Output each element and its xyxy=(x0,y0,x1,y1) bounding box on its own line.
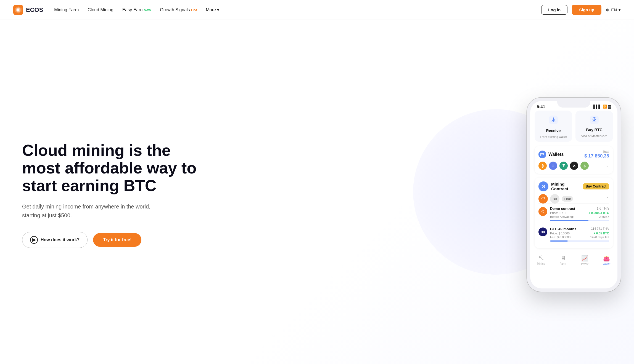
buy-btc-subtitle: Visa or MasterCard xyxy=(581,134,607,138)
bottom-nav-mining[interactable]: ⛏ Mining xyxy=(530,255,552,266)
demo-contract-progress xyxy=(550,220,609,221)
nav-mining-farm[interactable]: Mining Farm xyxy=(54,7,79,12)
btc-contract-detail2: Fee: $ 0.00000 1420 days left xyxy=(550,235,609,239)
coin-usdt: ₮ xyxy=(559,162,568,170)
contracts-icons: ⏱ 30 +100 ⌃ xyxy=(538,194,609,204)
svg-rect-7 xyxy=(592,122,596,122)
demo-contract-time: Before Activating: 2:45:57 xyxy=(550,215,609,218)
svg-point-8 xyxy=(538,151,546,158)
wallet-coins: ₿ Ξ ₮ ✕ $ ⌄ xyxy=(538,162,609,170)
coin-btc: ₿ xyxy=(538,162,547,170)
demo-contract-item: ⏱ Demo contract 1,6 TH/s Price: FREE + 0… xyxy=(538,204,609,224)
phone-notch xyxy=(557,101,590,108)
btc-contract-days-badge: 30 xyxy=(538,228,547,236)
wallet-nav-icon: 👛 xyxy=(603,255,610,262)
logo-icon xyxy=(13,5,23,15)
status-icons: ▌▌▌ 🛜 ▓ xyxy=(593,105,611,109)
demo-contract-detail: Price: FREE + 0.00003 BTC xyxy=(550,211,609,215)
chevron-down-icon: ▾ xyxy=(619,7,621,12)
btc-contract-title: BTC 49 months 114 771 TH/s xyxy=(550,227,609,231)
bottom-nav-farm[interactable]: 🖥 Farm xyxy=(552,255,574,266)
try-free-button[interactable]: Try it for free! xyxy=(93,233,141,247)
nav-links: Mining Farm Cloud Mining Easy EarnNew Gr… xyxy=(54,7,219,12)
mining-title: Mining Contract xyxy=(551,182,580,191)
demo-contract-icon: ⏱ xyxy=(538,207,547,216)
coin-usd: $ xyxy=(580,162,589,170)
svg-rect-5 xyxy=(551,122,556,122)
navbar-left: ECOS Mining Farm Cloud Mining Easy EarnN… xyxy=(13,5,219,15)
wallet-total: Total $ 17 850,35 xyxy=(584,150,609,159)
buy-btc-title: Buy BTC xyxy=(586,128,602,132)
nav-easy-earn[interactable]: Easy EarnNew xyxy=(122,7,151,12)
signup-button[interactable]: Sign up xyxy=(572,5,601,15)
hero-section: Cloud mining is the most affordable way … xyxy=(0,20,634,364)
chevron-down-icon[interactable]: ⌄ xyxy=(606,164,609,168)
language-selector[interactable]: ⊕ EN ▾ xyxy=(606,7,621,12)
btc-contract-item: 30 BTC 49 months 114 771 TH/s Price: $ 1… xyxy=(538,224,609,244)
play-icon: ▶ xyxy=(30,236,38,244)
btc-contract-progress-fill xyxy=(550,240,568,242)
how-it-works-button[interactable]: ▶ How does it work? xyxy=(22,232,88,248)
contract-days-badge: 30 xyxy=(550,194,559,204)
wallet-total-value: $ 17 850,35 xyxy=(584,153,609,159)
btc-contract-progress xyxy=(550,240,609,242)
phone-mockup: 9:41 ▌▌▌ 🛜 ▓ xyxy=(527,98,621,292)
nav-cloud-mining[interactable]: Cloud Mining xyxy=(88,7,113,12)
hero-content: Cloud mining is the most affordable way … xyxy=(22,141,199,248)
receive-icon xyxy=(549,116,558,126)
mining-header: Mining Contract Buy Contract xyxy=(538,181,609,191)
wallet-title: Wallets xyxy=(538,151,564,158)
btc-contract-detail1: Price: $ 10000 + 0.05 BTC xyxy=(550,232,609,235)
farm-nav-icon: 🖥 xyxy=(560,255,566,261)
login-button[interactable]: Log in xyxy=(541,5,567,15)
wallet-total-label: Total xyxy=(584,150,609,153)
btc-contract-body: BTC 49 months 114 771 TH/s Price: $ 1000… xyxy=(550,227,609,242)
signal-icon: ▌▌▌ xyxy=(593,105,601,109)
action-row: Receive From existing wallet xyxy=(535,111,613,142)
chevron-down-icon: ▾ xyxy=(217,7,219,12)
download-icon: ⊕ xyxy=(606,7,609,12)
buy-btc-card: Buy BTC Visa or MasterCard xyxy=(575,111,613,142)
buy-contract-button[interactable]: Buy Contract xyxy=(583,183,609,189)
demo-contract-body: Demo contract 1,6 TH/s Price: FREE + 0.0… xyxy=(550,207,609,221)
mining-nav-icon: ⛏ xyxy=(538,255,544,261)
mining-icon xyxy=(538,181,548,191)
status-time: 9:41 xyxy=(537,104,545,109)
phone-content: Receive From existing wallet xyxy=(530,111,617,272)
demo-contract-title: Demo contract 1,6 TH/s xyxy=(550,207,609,211)
buy-btc-icon xyxy=(590,116,599,125)
logo[interactable]: ECOS xyxy=(13,5,43,15)
phone-outer: 9:41 ▌▌▌ 🛜 ▓ xyxy=(527,98,621,292)
invest-nav-icon: 📈 xyxy=(581,255,588,262)
bottom-nav-invest[interactable]: 📈 Invest xyxy=(574,255,596,266)
hero-subtitle: Get daily mining income from anywhere in… xyxy=(22,202,166,220)
chevron-up-icon[interactable]: ⌃ xyxy=(606,197,609,201)
wallet-header: Wallets Total $ 17 850,35 xyxy=(538,150,609,159)
hero-buttons: ▶ How does it work? Try it for free! xyxy=(22,232,199,248)
svg-point-9 xyxy=(543,154,544,155)
bottom-nav: ⛏ Mining 🖥 Farm 📈 Invest 👛 xyxy=(530,252,617,268)
battery-icon: ▓ xyxy=(608,105,611,109)
mining-contract-section: Mining Contract Buy Contract ⏱ 30 +100 ⌃… xyxy=(535,178,613,248)
coin-xrp: ✕ xyxy=(570,162,578,170)
contract-more-badge: +100 xyxy=(562,196,573,202)
svg-rect-3 xyxy=(17,9,19,11)
wallet-section: Wallets Total $ 17 850,35 ₿ Ξ ₮ ✕ xyxy=(535,146,613,174)
brand-name: ECOS xyxy=(26,6,43,14)
badge-hot: Hot xyxy=(191,8,197,12)
navbar-right: Log in Sign up ⊕ EN ▾ xyxy=(541,5,621,15)
coin-eth: Ξ xyxy=(549,162,557,170)
wifi-icon: 🛜 xyxy=(603,105,607,109)
navbar: ECOS Mining Farm Cloud Mining Easy EarnN… xyxy=(0,0,634,20)
contract-timer-icon: ⏱ xyxy=(538,194,548,204)
nav-more[interactable]: More ▾ xyxy=(206,7,219,12)
badge-new: New xyxy=(144,8,151,12)
receive-subtitle: From existing wallet xyxy=(540,135,567,138)
receive-title: Receive xyxy=(546,129,561,133)
nav-growth-signals[interactable]: Growth SignalsHot xyxy=(160,7,197,12)
phone-inner: 9:41 ▌▌▌ 🛜 ▓ xyxy=(530,101,617,288)
receive-card: Receive From existing wallet xyxy=(535,111,572,142)
bottom-nav-wallet[interactable]: 👛 Wallet xyxy=(596,255,617,266)
demo-contract-progress-fill xyxy=(550,220,588,221)
hero-title: Cloud mining is the most affordable way … xyxy=(22,141,199,194)
